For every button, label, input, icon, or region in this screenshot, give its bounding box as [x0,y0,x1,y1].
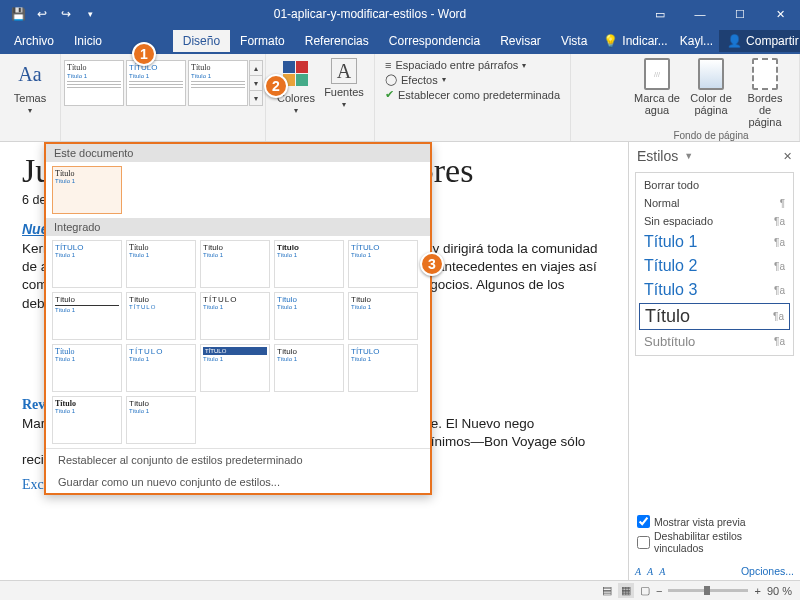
svg-rect-0 [283,61,295,73]
qat-more-icon[interactable]: ▾ [80,4,100,24]
maximize-button[interactable]: ☐ [720,0,760,28]
new-style-icon[interactable]: A [635,566,641,577]
undo-icon[interactable]: ↩ [32,4,52,24]
paragraph-spacing-icon: ≡ [385,59,391,71]
style-h3[interactable]: Título 3¶a [636,278,793,302]
gallery-header-doc: Este documento [46,144,430,162]
check-icon: ✔ [385,88,394,101]
callout-3: 3 [420,252,444,276]
tab-design[interactable]: Diseño [173,30,230,52]
styles-list: Borrar todo Normal¶ Sin espaciado¶a Títu… [635,172,794,356]
zoom-level[interactable]: 90 % [767,585,792,597]
chevron-down-icon: ▾ [342,100,346,109]
gallery-thumb[interactable]: TítuloTítulo 1 [52,396,122,444]
colors-fonts-group: Colores ▾ A Fuentes ▾ [266,54,375,141]
page-color-icon [695,58,727,90]
style-title[interactable]: Título¶a [639,303,790,330]
window-title: 01-aplicar-y-modificar-estilos - Word [100,7,640,21]
gallery-thumb[interactable]: TÍTULOTítulo 1 [52,240,122,288]
page-background-group: /// Marca de agua Color de página Bordes… [623,54,800,141]
styles-pane-toolbar: A A A Opciones... [629,562,800,580]
themes-button[interactable]: Aa Temas ▾ [6,56,54,117]
effects-button[interactable]: ◯Efectos▾ [381,72,450,87]
gallery-thumb[interactable]: TÍTULOTítulo 1 [348,344,418,392]
styleset-gallery-expand[interactable]: ▴ ▾ ▾ [249,60,263,106]
zoom-slider[interactable] [668,589,748,592]
tell-me[interactable]: 💡 Indicar... [597,34,673,48]
page-borders-label: Bordes de página [741,92,789,128]
ribbon: Aa Temas ▾ TítuloTítulo 1 TÍTULOTítulo 1… [0,54,800,142]
paragraph-spacing-button[interactable]: ≡Espaciado entre párrafos▾ [381,58,530,72]
formatting-group: ≡Espaciado entre párrafos▾ ◯Efectos▾ ✔Es… [375,54,571,141]
gallery-thumb[interactable]: TítuloTítulo 1 [126,240,196,288]
style-subtitle[interactable]: Subtítulo¶a [636,331,793,352]
title-bar: 💾 ↩ ↪ ▾ 01-aplicar-y-modificar-estilos -… [0,0,800,28]
styleset-thumb[interactable]: TítuloTítulo 1 [64,60,124,106]
gallery-thumb[interactable]: TítuloTítulo 1 [52,344,122,392]
style-nospacing[interactable]: Sin espaciado¶a [636,212,793,230]
save-icon[interactable]: 💾 [8,4,28,24]
fonts-button[interactable]: A Fuentes ▾ [320,56,368,111]
styles-pane-header: Estilos ▼ ✕ [629,142,800,170]
page-color-button[interactable]: Color de página [685,56,737,130]
style-h2[interactable]: Título 2¶a [636,254,793,278]
read-mode-icon[interactable]: ▤ [602,584,612,597]
gallery-thumb[interactable]: TÍTULOTítulo 1 [200,292,270,340]
pane-menu-icon[interactable]: ▼ [678,151,693,161]
styleset-gallery: Este documento TítuloTítulo 1 Integrado … [44,142,432,495]
gallery-thumb[interactable]: TÍTULOTítulo 1 [348,240,418,288]
styleset-thumb[interactable]: TÍTULOTítulo 1 [126,60,186,106]
gallery-thumb[interactable]: TítuloTítulo 1 [52,292,122,340]
redo-icon[interactable]: ↪ [56,4,76,24]
user-name[interactable]: Kayl... [674,34,719,48]
tab-file[interactable]: Archivo [4,30,64,52]
tab-layout[interactable]: Formato [230,30,295,52]
page-borders-button[interactable]: Bordes de página [737,56,793,130]
close-button[interactable]: ✕ [760,0,800,28]
tab-references[interactable]: Referencias [295,30,379,52]
style-h1[interactable]: Título 1¶a [636,230,793,254]
zoom-in-icon[interactable]: + [754,585,760,597]
set-default-button[interactable]: ✔Establecer como predeterminada [381,87,564,102]
gallery-header-builtin: Integrado [46,218,430,236]
tab-view[interactable]: Vista [551,30,597,52]
disable-linked-checkbox[interactable]: Deshabilitar estilos vinculados [637,530,792,554]
themes-icon: Aa [14,58,46,90]
gallery-thumb[interactable]: TítuloTítulo 1 [126,396,196,444]
gallery-thumb[interactable]: TítuloTítulo 1 [52,166,122,214]
preview-checkbox[interactable]: Mostrar vista previa [637,515,792,528]
gallery-thumb[interactable]: TÍTULOTítulo 1 [126,344,196,392]
gallery-thumb[interactable]: TítuloTítulo 1 [200,240,270,288]
style-normal[interactable]: Normal¶ [636,194,793,212]
web-layout-icon[interactable]: ▢ [640,584,650,597]
pane-close-icon[interactable]: ✕ [775,150,792,163]
ribbon-display-icon[interactable]: ▭ [640,0,680,28]
gallery-thumb[interactable]: TítuloTítulo 1 [274,344,344,392]
bulb-icon: 💡 [603,34,618,48]
effects-icon: ◯ [385,73,397,86]
gallery-reset[interactable]: Restablecer al conjunto de estilos prede… [46,449,430,471]
styles-options-link[interactable]: Opciones... [741,565,794,577]
style-inspector-icon[interactable]: A [647,566,653,577]
tab-mailings[interactable]: Correspondencia [379,30,490,52]
tab-home[interactable]: Inicio [64,30,112,52]
styleset-thumb[interactable]: TítuloTítulo 1 [188,60,248,106]
manage-styles-icon[interactable]: A [659,566,665,577]
zoom-out-icon[interactable]: − [656,585,662,597]
print-layout-icon[interactable]: ▦ [618,583,634,598]
gallery-thumb[interactable]: TÍTULOTítulo 1 [200,344,270,392]
gallery-thumb[interactable]: TítuloTÍTULO [126,292,196,340]
gallery-thumb[interactable]: TítuloTítulo 1 [274,240,344,288]
gallery-thumb[interactable]: TítuloTítulo 1 [348,292,418,340]
style-clear[interactable]: Borrar todo [636,176,793,194]
watermark-icon: /// [641,58,673,90]
share-button[interactable]: 👤 Compartir [719,30,800,52]
gallery-thumb[interactable]: TítuloTítulo 1 [274,292,344,340]
minimize-button[interactable]: — [680,0,720,28]
doc-format-group: TítuloTítulo 1 TÍTULOTítulo 1 TítuloTítu… [61,54,266,141]
gallery-save[interactable]: Guardar como un nuevo conjunto de estilo… [46,471,430,493]
watermark-button[interactable]: /// Marca de agua [629,56,685,130]
ribbon-tabs: Archivo Inicio Insertar Diseño Formato R… [0,28,800,54]
document[interactable]: Junta General de Directores Juctores 6 d… [0,142,628,580]
tab-review[interactable]: Revisar [490,30,551,52]
